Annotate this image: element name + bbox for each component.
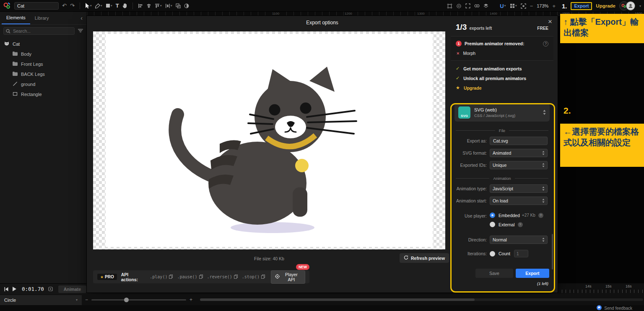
api-play-action: .play() (150, 275, 173, 280)
updates-indicator[interactable]: U ▾ (500, 3, 506, 9)
export-as-input[interactable] (490, 137, 548, 145)
layers-icon[interactable] (483, 3, 488, 8)
shape-tool-icon[interactable]: ▾ (106, 3, 112, 8)
account-caret-icon[interactable]: ▾ (639, 4, 641, 8)
save-button[interactable]: Save (475, 269, 513, 278)
timeline-zoom-slider[interactable] (91, 299, 186, 301)
collapse-sidebar-icon[interactable]: ‹ (80, 15, 83, 21)
exported-ids-dropdown[interactable]: Unique (490, 161, 548, 169)
layer-row-ground[interactable]: ground (0, 79, 86, 89)
copy-icon[interactable] (234, 275, 238, 280)
refresh-preview-button[interactable]: Refresh preview (400, 253, 449, 263)
help-icon[interactable]: ? (543, 41, 548, 47)
zoom-out-icon[interactable]: − (530, 3, 533, 9)
play-icon[interactable] (13, 287, 16, 291)
user-avatar[interactable] (626, 1, 635, 10)
api-actions-bar: ★ PRO API actions: .play() .pause() .rev… (93, 270, 309, 283)
animation-start-dropdown[interactable]: On load (490, 197, 548, 205)
svg-format-dropdown[interactable]: Animated (490, 149, 548, 157)
timeline-horizontal-scrollbar[interactable] (200, 298, 643, 301)
upgrade-button[interactable]: Upgrade (596, 3, 615, 8)
undo-icon[interactable]: ↶ (62, 3, 67, 8)
upgrade-link[interactable]: Upgrade (464, 86, 482, 91)
fit-zoom-icon[interactable] (521, 3, 526, 9)
layer-row-cat[interactable]: Cat (0, 39, 86, 49)
cat-illustration (106, 34, 433, 247)
annotation-step2-number: 2. (564, 106, 571, 116)
select-tool-icon[interactable]: ▾ (85, 3, 92, 8)
align-top-icon[interactable]: ▾ (155, 3, 162, 8)
star-icon: ★ (100, 275, 104, 279)
export-button[interactable]: Export (571, 2, 592, 10)
timeline-track-row: Circle ▾ − + (0, 294, 644, 305)
slider-thumb[interactable] (124, 298, 129, 302)
api-actions-label: API actions: (121, 272, 146, 282)
layer-row-front-legs[interactable]: Front Legs (0, 59, 86, 69)
distribute-icon[interactable]: ▾ (165, 3, 172, 8)
copy-icon[interactable] (199, 275, 203, 280)
mask-icon[interactable] (184, 3, 189, 8)
text-tool-icon[interactable]: T (116, 3, 119, 8)
panel-scrollbar[interactable] (552, 234, 553, 270)
animation-start-row: Animation start: On load (455, 197, 549, 205)
group-icon[interactable] (176, 3, 181, 8)
tab-library[interactable]: Library (30, 12, 54, 24)
layer-row-rectangle[interactable]: Rectangle (0, 89, 86, 99)
direction-dropdown[interactable]: Normal (490, 236, 548, 244)
layer-row-back-legs[interactable]: BACK Legs (0, 69, 86, 79)
copy-icon[interactable] (169, 275, 173, 280)
check-icon: ✓ (456, 75, 460, 81)
export-settings-panel: 1/3 exports left FREE 1 Premium animator… (451, 16, 553, 293)
tab-elements[interactable]: Elements (2, 12, 30, 24)
exports-remaining-note: (1 left) (456, 281, 548, 286)
grid-view-icon[interactable]: ▾ (510, 3, 517, 8)
plan-badge: FREE (537, 26, 548, 31)
redo-icon[interactable]: ↷ (70, 3, 75, 8)
align-center-horizontal-icon[interactable] (146, 3, 151, 8)
animate-button[interactable]: Animate (58, 285, 86, 293)
cat-layer-icon (4, 41, 9, 47)
track-circle[interactable]: Circle ▾ (0, 295, 82, 305)
frame-icon[interactable] (447, 3, 452, 9)
use-player-external-option[interactable]: External ? (490, 222, 543, 227)
api-stop-action: .stop() (242, 275, 265, 280)
scrollbar-thumb[interactable] (200, 298, 475, 301)
artboard (106, 34, 433, 247)
zoom-level[interactable]: 173% (537, 3, 548, 8)
use-player-embedded-option[interactable]: Embedded +27 Kb ? (490, 213, 543, 218)
iterations-count-input[interactable] (514, 250, 528, 257)
skip-to-start-icon[interactable] (4, 287, 8, 291)
timeline-zoom-out-icon[interactable]: − (85, 297, 88, 303)
pen-tool-icon[interactable]: ▾ (95, 3, 102, 8)
align-left-icon[interactable] (138, 3, 143, 8)
search-input[interactable] (3, 27, 75, 35)
document-title-input[interactable] (14, 2, 59, 10)
hand-tool-icon[interactable] (122, 3, 127, 8)
iterations-count-option[interactable]: Count (490, 250, 528, 257)
help-icon[interactable]: ? (518, 222, 523, 227)
zoom-in-icon[interactable]: + (552, 3, 556, 9)
timeline-zoom-in-icon[interactable]: + (190, 297, 192, 303)
svgator-logo-icon[interactable] (3, 2, 11, 10)
auto-keyframe-icon[interactable] (48, 287, 53, 291)
help-icon[interactable]: ? (538, 213, 543, 218)
iterations-infinite-option-clipped[interactable] (490, 261, 553, 264)
animation-type-dropdown[interactable]: JavaScript (490, 184, 548, 193)
removed-animator-name: Morph (463, 51, 475, 56)
expand-icon[interactable] (465, 3, 470, 8)
copy-icon[interactable] (261, 275, 265, 280)
target-icon[interactable] (456, 3, 462, 9)
preview-canvas (93, 31, 445, 249)
export-format-select[interactable]: SVG SVG (web) CSS / JavaScript (.svg) (454, 103, 550, 122)
updown-icon (542, 187, 545, 191)
layer-row-body[interactable]: Body (0, 49, 86, 59)
layer-tree: Cat Body Front Legs BACK Legs (0, 37, 86, 99)
send-feedback-link[interactable]: Send feedback (604, 306, 632, 311)
warning-count-icon: 1 (456, 41, 462, 47)
svg-format-icon: SVG (458, 106, 470, 119)
panel-export-button[interactable]: Export (516, 269, 549, 278)
star-icon: ★ (456, 85, 460, 91)
filter-icon[interactable] (78, 29, 83, 34)
player-api-button[interactable]: Player API (271, 270, 305, 284)
link-icon[interactable] (474, 3, 480, 8)
